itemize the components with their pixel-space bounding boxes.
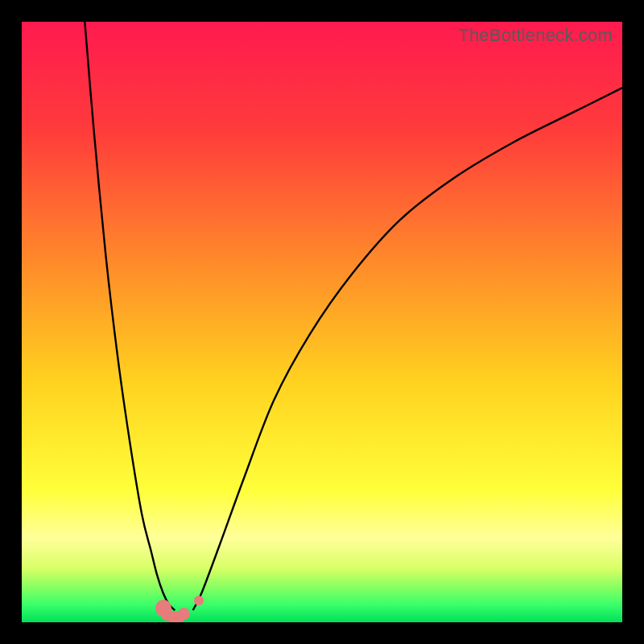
valley-left-5 [178,608,190,620]
chart-curves [22,22,622,622]
chart-frame: TheBottleneck.com [22,22,622,622]
right-curve [193,88,622,610]
watermark-text: TheBottleneck.com [458,25,613,46]
left-curve [85,22,175,610]
